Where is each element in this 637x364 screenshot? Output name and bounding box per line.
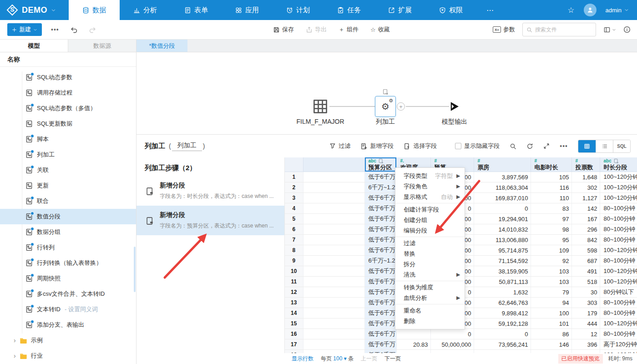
sidebar-item-7[interactable]: 关联 (0, 162, 136, 178)
menu-item-创建分组[interactable]: 创建分组▶ (395, 215, 465, 225)
favorite-star-icon[interactable]: ☆ (567, 5, 574, 15)
export-button[interactable]: 导出 (306, 25, 327, 34)
undo-icon[interactable] (70, 26, 78, 34)
view-list-button[interactable] (596, 140, 613, 152)
column-header-票房[interactable]: #票房 (474, 157, 531, 172)
sidebar-item-17[interactable]: 添加分支、表输出 (0, 317, 136, 333)
process-step-2[interactable]: 新增分段字段名为：预算分区，表达式为：case when ... (136, 206, 284, 235)
column-header-blank[interactable] (285, 157, 303, 172)
sidebar-folder-2[interactable]: ›行业 (0, 348, 136, 364)
search-icon[interactable] (510, 143, 516, 150)
new-button[interactable]: 新建 (7, 23, 42, 36)
sidebar-item-14[interactable]: 周期快照 (0, 271, 136, 286)
sidebar-item-2[interactable]: 调用存储过程 (0, 85, 136, 101)
sidebar-item-15[interactable]: 多csv文件合并、文本转ID (0, 286, 136, 302)
folder-icon (20, 353, 27, 359)
menu-item-编辑分段[interactable]: 编辑分段▶ (395, 225, 465, 236)
show-rows-link[interactable]: 显示行数 (292, 355, 313, 363)
sidebar-item-12[interactable]: 行转列 (0, 240, 136, 255)
column-header-投票数[interactable]: #投票数 (571, 157, 600, 172)
nav-item-5[interactable]: 计划 (273, 0, 324, 20)
column-header-时长分段[interactable]: abc时长分段 (600, 157, 637, 172)
toolbar-more-button[interactable]: ••• (51, 26, 59, 33)
menu-item-替换[interactable]: 替换▶ (395, 248, 465, 259)
sidebar-item-11[interactable]: 数据分组 (0, 224, 136, 240)
process-node[interactable]: ⚙ ⚙ (375, 96, 396, 117)
table-node-icon[interactable] (313, 99, 328, 114)
tab-datasource[interactable]: 数据源 (68, 40, 136, 52)
user-menu[interactable]: admin (606, 7, 629, 14)
nav-item-6[interactable]: 任务 (324, 0, 374, 20)
file-search[interactable] (522, 23, 596, 36)
sidebar-item-8[interactable]: 更新 (0, 178, 136, 193)
nav-item-3[interactable]: 表单 (171, 0, 222, 20)
sidebar-item-4[interactable]: SQL更新数据 (0, 116, 136, 131)
nav-item-1[interactable]: 数据 (69, 0, 120, 20)
sidebar-folder-1[interactable]: ›示例 (0, 333, 136, 348)
nav-item-4[interactable]: 应用 (222, 0, 273, 20)
column-header-预算分区[interactable]: abc预算分区 (364, 157, 396, 172)
component-button[interactable]: ＋ 组件 (339, 25, 359, 34)
view-sql-button[interactable]: SQL (613, 140, 630, 152)
table-row[interactable]: 17低于6千万20.8350,000,00073,956,241146396高于… (285, 339, 637, 350)
layout-toggle-button[interactable] (603, 26, 616, 33)
sidebar-item-6[interactable]: 列加工 (0, 147, 136, 162)
menu-item-字段角色[interactable]: 字段角色▶ (395, 181, 465, 192)
table-row[interactable]: 18低于6千万20.0000115425100~120分钟 (285, 350, 637, 354)
menu-item-转换为维度[interactable]: 转换为维度▶ (395, 282, 465, 293)
prev-page-button[interactable]: 上一页 (361, 355, 377, 363)
redo-icon[interactable] (89, 26, 96, 34)
view-grid-button[interactable] (578, 140, 596, 152)
panel-node-name[interactable]: 列加工 (172, 142, 202, 151)
favorite-button[interactable]: ☆ 收藏 (370, 25, 390, 34)
column-header-电影时长[interactable]: #电影时长 (531, 157, 571, 172)
menu-item-拆分[interactable]: 拆分▶ (395, 259, 465, 269)
process-step-1[interactable]: 新增分段字段名为：时长分段，表达式为：case when ... (136, 176, 284, 206)
checkbox-icon[interactable] (455, 143, 461, 149)
tab-numeric-segment[interactable]: *数值分段 (136, 40, 187, 52)
add-field-label: 新增字段 (370, 142, 394, 150)
sidebar-scrollbar[interactable] (134, 247, 136, 292)
info-icon[interactable] (623, 26, 631, 33)
nav-more-button[interactable]: ⋯ (476, 0, 505, 20)
tab-model[interactable]: 模型 (0, 40, 68, 52)
menu-item-字段类型[interactable]: 字段类型字符型▶ (395, 171, 465, 181)
expand-icon[interactable] (543, 143, 550, 149)
sidebar-item-1[interactable]: SQL动态参数 (0, 70, 136, 85)
menu-item-过滤[interactable]: 过滤▶ (395, 238, 465, 248)
add-node-button[interactable]: + (397, 102, 405, 111)
add-field-button[interactable]: 新增字段 (360, 142, 394, 150)
menu-item-血统分析[interactable]: 血统分析▶ (395, 293, 465, 303)
per-page-select[interactable]: 100 ▾ (333, 355, 346, 362)
sidebar-item-10[interactable]: 数值分段 (0, 209, 136, 224)
show-hidden-toggle[interactable]: 显示隐藏字段 (455, 142, 500, 150)
menu-item-显示格式[interactable]: 显示格式自动▶ (395, 192, 465, 202)
menu-item-清洗[interactable]: 清洗▶ (395, 269, 465, 280)
table-row[interactable]: 16低于6千万00861280~100分钟 (285, 329, 637, 339)
sidebar-item-16[interactable]: 文本转ID- 设置同义词 (0, 302, 136, 317)
params-button[interactable]: X= 参数 (493, 25, 515, 34)
brand[interactable]: DEMO (0, 0, 64, 20)
column-header-blank[interactable] (303, 157, 364, 172)
filter-button[interactable]: 过滤 (329, 142, 350, 150)
sidebar-item-13[interactable]: 行列转换（输入表替换） (0, 255, 136, 271)
select-field-button[interactable]: 选择字段 (404, 142, 437, 150)
nav-item-7[interactable]: 扩展 (374, 0, 425, 20)
nav-item-2[interactable]: 分析 (120, 0, 171, 20)
search-input[interactable] (535, 26, 585, 33)
sidebar-item-5[interactable]: 脚本 (0, 131, 136, 147)
next-page-button[interactable]: 下一页 (384, 355, 401, 363)
menu-item-创建计算字段[interactable]: 创建计算字段▶ (395, 204, 465, 215)
column-name: 投票数 (576, 164, 596, 171)
refresh-icon[interactable] (526, 143, 533, 150)
save-button[interactable]: 保存 (273, 25, 294, 34)
menu-item-删除[interactable]: 删除▶ (395, 316, 465, 326)
show-hidden-label: 显示隐藏字段 (464, 142, 500, 150)
sidebar-item-3[interactable]: SQL动态参数（多值） (0, 101, 136, 116)
sidebar-item-9[interactable]: 联合 (0, 193, 136, 209)
menu-item-重命名[interactable]: 重命名▶ (395, 305, 465, 316)
panel-more-button[interactable]: ••• (560, 142, 568, 150)
output-node-icon[interactable] (449, 101, 460, 112)
nav-item-8[interactable]: 权限 (425, 0, 476, 20)
avatar[interactable] (584, 4, 597, 16)
